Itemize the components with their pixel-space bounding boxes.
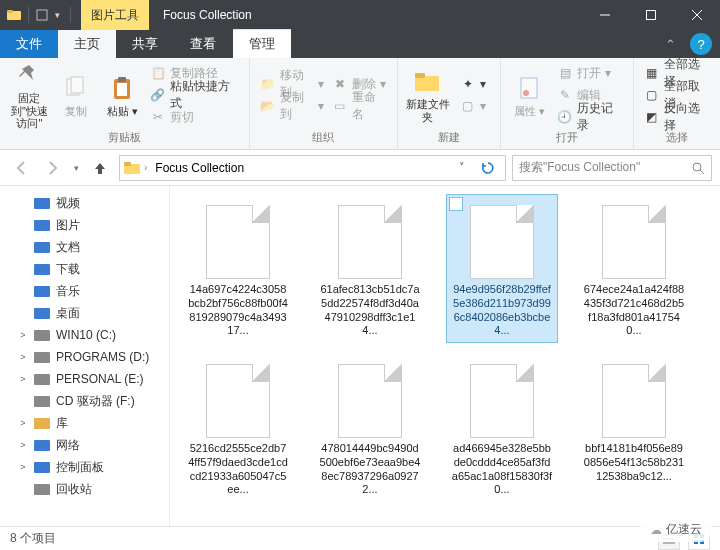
tree-item[interactable]: > PERSONAL (E:) xyxy=(0,368,169,390)
minimize-button[interactable] xyxy=(582,0,628,30)
file-content-area[interactable]: 14a697c4224c3058bcb2bf756c88fb00f4819289… xyxy=(170,186,720,526)
tab-file[interactable]: 文件 xyxy=(0,30,58,58)
checkbox[interactable] xyxy=(449,197,463,211)
expand-icon[interactable]: > xyxy=(18,440,28,450)
nav-history-button[interactable]: ▾ xyxy=(72,163,81,173)
tree-item-label: 控制面板 xyxy=(56,459,104,476)
tree-item[interactable]: > WIN10 (C:) xyxy=(0,324,169,346)
copy-button[interactable]: 复制 xyxy=(53,60,100,130)
file-item[interactable]: ad466945e328e5bbde0cddd4ce85af3fda65ac1a… xyxy=(446,353,558,502)
copyto-icon: 📂 xyxy=(260,98,275,114)
shortcut-icon: 🔗 xyxy=(150,87,166,103)
file-thumbnail xyxy=(466,199,538,279)
properties-button[interactable]: 属性 ▾ xyxy=(507,60,554,130)
file-thumbnail xyxy=(598,199,670,279)
svg-rect-14 xyxy=(521,78,537,98)
expand-icon[interactable]: > xyxy=(18,462,28,472)
navigation-tree[interactable]: 视频 图片 文档 下载 音乐 桌面> WIN10 (C:)> PROGRAMS … xyxy=(0,186,170,526)
breadcrumb[interactable]: Focus Collection xyxy=(151,161,248,175)
close-button[interactable] xyxy=(674,0,720,30)
refresh-button[interactable] xyxy=(475,161,501,175)
invert-selection-button[interactable]: ◩反向选择 xyxy=(640,106,714,128)
expand-icon[interactable]: > xyxy=(18,374,28,384)
file-name: 94e9d956f28b29ffef5e386d211b973d996c8402… xyxy=(451,283,553,338)
file-item[interactable]: 14a697c4224c3058bcb2bf756c88fb00f4819289… xyxy=(182,194,294,343)
edit-button[interactable]: ✎编辑 xyxy=(553,84,627,106)
cut-button[interactable]: ✂剪切 xyxy=(146,106,243,128)
open-button[interactable]: ▤打开 ▾ xyxy=(553,62,627,84)
copy-to-button[interactable]: 📂复制到 ▾ xyxy=(256,95,328,117)
tree-item[interactable]: 视频 xyxy=(0,192,169,214)
file-item[interactable]: 94e9d956f28b29ffef5e386d211b973d996c8402… xyxy=(446,194,558,343)
tree-item[interactable]: 文档 xyxy=(0,236,169,258)
file-item[interactable]: 674ece24a1a424f88435f3d721c468d2b5f18a3f… xyxy=(578,194,690,343)
pin-button[interactable]: 固定到"快速访问" xyxy=(6,60,53,130)
svg-rect-25 xyxy=(34,308,50,319)
path-icon: 📋 xyxy=(150,65,166,81)
tree-item[interactable]: 回收站 xyxy=(0,478,169,500)
tree-item[interactable]: 桌面 xyxy=(0,302,169,324)
nav-back-button[interactable] xyxy=(8,155,34,181)
easy-access-button[interactable]: ▢▾ xyxy=(456,95,490,117)
status-bar: 8 个项目 xyxy=(0,526,720,550)
address-dropdown-button[interactable]: ˅ xyxy=(453,161,471,174)
tab-manage[interactable]: 管理 xyxy=(233,29,291,58)
help-button[interactable]: ? xyxy=(690,33,712,55)
tab-share[interactable]: 共享 xyxy=(116,30,174,58)
address-bar: ▾ › Focus Collection ˅ 搜索"Focus Collecti… xyxy=(0,150,720,186)
folder-icon xyxy=(413,66,443,96)
qat-item-icon[interactable] xyxy=(35,8,49,22)
rename-icon: ▭ xyxy=(332,98,347,114)
group-label: 组织 xyxy=(256,130,390,147)
tree-item[interactable]: > PROGRAMS (D:) xyxy=(0,346,169,368)
svg-rect-11 xyxy=(117,83,127,96)
paste-shortcut-button[interactable]: 🔗粘贴快捷方式 xyxy=(146,84,243,106)
tab-view[interactable]: 查看 xyxy=(174,30,232,58)
history-icon: 🕘 xyxy=(557,109,572,125)
edit-icon: ✎ xyxy=(557,87,573,103)
tree-item-label: 文档 xyxy=(56,239,80,256)
nav-forward-button[interactable] xyxy=(40,155,66,181)
ribbon-collapse-button[interactable]: ⌃ xyxy=(665,37,682,58)
file-name: 14a697c4224c3058bcb2bf756c88fb00f4819289… xyxy=(187,283,289,338)
new-folder-button[interactable]: 新建文件夹 xyxy=(404,60,452,130)
tree-item[interactable]: > 库 xyxy=(0,412,169,434)
move-icon: 📁 xyxy=(260,76,275,92)
search-box[interactable]: 搜索"Focus Collection" xyxy=(512,155,712,181)
tree-item[interactable]: CD 驱动器 (F:) xyxy=(0,390,169,412)
copy-path-button[interactable]: 📋复制路径 xyxy=(146,62,243,84)
expand-icon[interactable]: > xyxy=(18,418,28,428)
nav-up-button[interactable] xyxy=(87,155,113,181)
chevron-right-icon[interactable]: › xyxy=(144,162,147,173)
expand-icon[interactable]: > xyxy=(18,330,28,340)
tree-item-label: PROGRAMS (D:) xyxy=(56,350,149,364)
image-icon xyxy=(34,217,50,233)
music-icon xyxy=(34,283,50,299)
folder-icon xyxy=(6,7,22,23)
file-name: 674ece24a1a424f88435f3d721c468d2b5f18a3f… xyxy=(583,283,685,338)
svg-line-19 xyxy=(700,170,704,174)
tree-item[interactable]: 图片 xyxy=(0,214,169,236)
tree-item[interactable]: 音乐 xyxy=(0,280,169,302)
file-item[interactable]: 478014449bc9490d500ebf6e73eaa9be48ec7893… xyxy=(314,353,426,502)
tab-home[interactable]: 主页 xyxy=(58,30,116,58)
expand-icon[interactable]: > xyxy=(18,352,28,362)
tree-item[interactable]: 下载 xyxy=(0,258,169,280)
file-item[interactable]: 5216cd2555ce2db74ff57f9daed3cde1cdcd2193… xyxy=(182,353,294,502)
paste-button[interactable]: 粘贴 ▾ xyxy=(99,60,146,130)
rename-button[interactable]: ▭重命名 xyxy=(328,95,390,117)
address-field[interactable]: › Focus Collection ˅ xyxy=(119,155,506,181)
svg-rect-32 xyxy=(34,462,50,473)
search-icon xyxy=(691,161,705,175)
file-name: ad466945e328e5bbde0cddd4ce85af3fda65ac1a… xyxy=(451,442,553,497)
chevron-down-icon[interactable]: ▾ xyxy=(51,10,64,20)
tree-item[interactable]: > 控制面板 xyxy=(0,456,169,478)
tree-item[interactable]: > 网络 xyxy=(0,434,169,456)
maximize-button[interactable] xyxy=(628,0,674,30)
history-button[interactable]: 🕘历史记录 xyxy=(553,106,627,128)
file-item[interactable]: 61afec813cb51dc7a5dd22574f8df3d40a479102… xyxy=(314,194,426,343)
svg-rect-28 xyxy=(34,374,50,385)
new-item-button[interactable]: ✦▾ xyxy=(456,73,490,95)
svg-rect-20 xyxy=(34,198,50,209)
file-item[interactable]: bbf14181b4f056e890856e54f13c58b23112538b… xyxy=(578,353,690,502)
